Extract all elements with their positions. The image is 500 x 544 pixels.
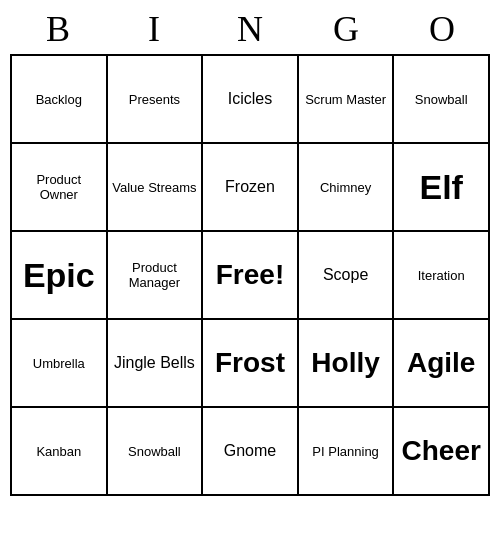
bingo-cell: Umbrella [12, 320, 108, 408]
cell-text: Elf [419, 168, 462, 207]
bingo-cell: Snowball [394, 56, 490, 144]
cell-text: Scope [323, 266, 368, 284]
cell-text: PI Planning [312, 444, 379, 459]
bingo-letter: O [397, 8, 487, 50]
cell-text: Chimney [320, 180, 371, 195]
bingo-cell: Value Streams [108, 144, 204, 232]
bingo-cell: Product Owner [12, 144, 108, 232]
cell-text: Icicles [228, 90, 272, 108]
bingo-cell: Product Manager [108, 232, 204, 320]
cell-text: Frozen [225, 178, 275, 196]
bingo-cell: Scrum Master [299, 56, 395, 144]
bingo-cell: Iteration [394, 232, 490, 320]
cell-text: Product Owner [16, 172, 102, 202]
cell-text: Kanban [36, 444, 81, 459]
bingo-cell: Kanban [12, 408, 108, 496]
bingo-cell: Frost [203, 320, 299, 408]
cell-text: Free! [216, 259, 284, 291]
cell-text: Presents [129, 92, 180, 107]
cell-text: Backlog [36, 92, 82, 107]
bingo-cell: Holly [299, 320, 395, 408]
cell-text: Cheer [402, 435, 481, 467]
bingo-cell: Free! [203, 232, 299, 320]
cell-text: Gnome [224, 442, 276, 460]
bingo-cell: Agile [394, 320, 490, 408]
cell-text: Frost [215, 347, 285, 379]
bingo-cell: Jingle Bells [108, 320, 204, 408]
bingo-letter: I [109, 8, 199, 50]
cell-text: Snowball [128, 444, 181, 459]
bingo-cell: Scope [299, 232, 395, 320]
bingo-letter: B [13, 8, 103, 50]
bingo-cell: Snowball [108, 408, 204, 496]
bingo-cell: PI Planning [299, 408, 395, 496]
bingo-cell: Gnome [203, 408, 299, 496]
bingo-cell: Elf [394, 144, 490, 232]
bingo-cell: Backlog [12, 56, 108, 144]
bingo-grid: BacklogPresentsIciclesScrum MasterSnowba… [10, 54, 490, 496]
bingo-letter: N [205, 8, 295, 50]
cell-text: Epic [23, 256, 95, 295]
bingo-cell: Frozen [203, 144, 299, 232]
cell-text: Jingle Bells [114, 354, 195, 372]
cell-text: Agile [407, 347, 475, 379]
cell-text: Holly [311, 347, 379, 379]
cell-text: Iteration [418, 268, 465, 283]
bingo-cell: Icicles [203, 56, 299, 144]
bingo-cell: Presents [108, 56, 204, 144]
cell-text: Scrum Master [305, 92, 386, 107]
cell-text: Value Streams [112, 180, 196, 195]
cell-text: Product Manager [112, 260, 198, 290]
bingo-header: BINGO [10, 0, 490, 54]
bingo-letter: G [301, 8, 391, 50]
bingo-cell: Cheer [394, 408, 490, 496]
cell-text: Snowball [415, 92, 468, 107]
bingo-cell: Chimney [299, 144, 395, 232]
bingo-cell: Epic [12, 232, 108, 320]
cell-text: Umbrella [33, 356, 85, 371]
